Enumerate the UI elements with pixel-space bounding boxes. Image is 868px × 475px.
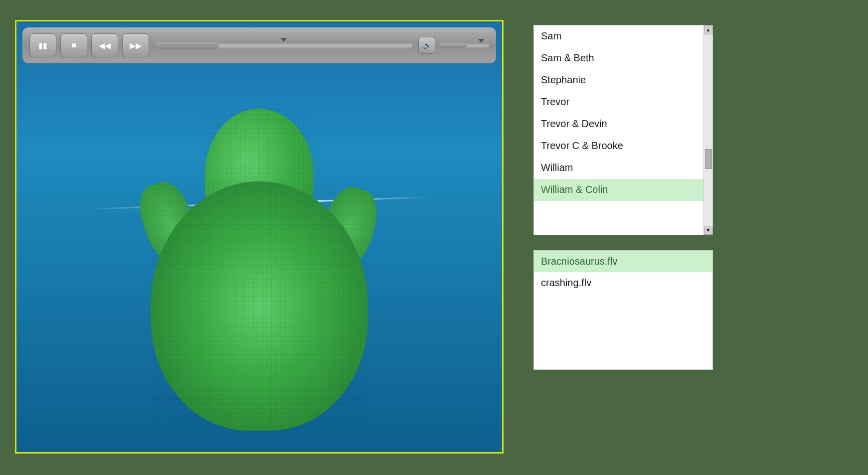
video-scene — [16, 21, 502, 452]
scroll-down-arrow[interactable]: ▼ — [704, 226, 713, 235]
video-player: ▮▮ ■ ◀◀ ▶▶ 🔊 — [15, 20, 504, 454]
controls-bar: ▮▮ ■ ◀◀ ▶▶ 🔊 — [22, 27, 496, 63]
dino-main-body — [151, 181, 368, 430]
progress-track[interactable] — [155, 42, 412, 49]
dino-body-texture — [151, 181, 368, 430]
list-item-sam-beth[interactable]: Sam & Beth — [534, 47, 703, 69]
names-list-content: Sam Sam & Beth Stephanie Trevor Trevor &… — [534, 25, 703, 235]
names-scrollbar: ▲ ▼ — [703, 25, 712, 235]
scroll-track[interactable] — [704, 34, 712, 226]
volume-thumb-arrow — [478, 39, 484, 43]
forward-icon: ▶▶ — [130, 41, 142, 50]
pause-icon: ▮▮ — [38, 41, 47, 50]
progress-thumb-arrow — [281, 38, 287, 42]
volume-fill — [439, 43, 467, 48]
list-item-william[interactable]: William — [534, 157, 703, 179]
scroll-thumb — [705, 149, 712, 169]
volume-track[interactable] — [439, 43, 489, 48]
rewind-icon: ◀◀ — [99, 41, 111, 50]
file-item-crashing[interactable]: crashing.flv — [534, 272, 712, 294]
volume-icon-symbol: 🔊 — [423, 41, 431, 49]
stop-icon: ■ — [71, 41, 76, 50]
right-panel: Sam Sam & Beth Stephanie Trevor Trevor &… — [533, 20, 853, 370]
files-listbox: Bracniosaurus.flv crashing.flv — [533, 250, 713, 370]
rewind-button[interactable]: ◀◀ — [91, 33, 118, 57]
list-item-william-colin[interactable]: William & Colin — [534, 179, 703, 201]
forward-button[interactable]: ▶▶ — [122, 33, 149, 57]
scroll-up-arrow[interactable]: ▲ — [704, 25, 713, 34]
progress-fill — [155, 42, 219, 49]
names-listbox: Sam Sam & Beth Stephanie Trevor Trevor &… — [533, 25, 713, 235]
dino-figure — [123, 138, 395, 431]
list-item-trevor-devin[interactable]: Trevor & Devin — [534, 113, 703, 135]
pause-button[interactable]: ▮▮ — [29, 33, 56, 57]
list-item-sam[interactable]: Sam — [534, 25, 703, 47]
list-item-trevor[interactable]: Trevor — [534, 91, 703, 113]
volume-button[interactable]: 🔊 — [418, 37, 435, 54]
list-item-trevor-brooke[interactable]: Trevor C & Brooke — [534, 135, 703, 157]
file-item-bracniosaurus[interactable]: Bracniosaurus.flv — [534, 251, 712, 272]
video-frame: ▮▮ ■ ◀◀ ▶▶ 🔊 — [16, 21, 502, 452]
list-item-stephanie[interactable]: Stephanie — [534, 69, 703, 91]
stop-button[interactable]: ■ — [60, 33, 87, 57]
